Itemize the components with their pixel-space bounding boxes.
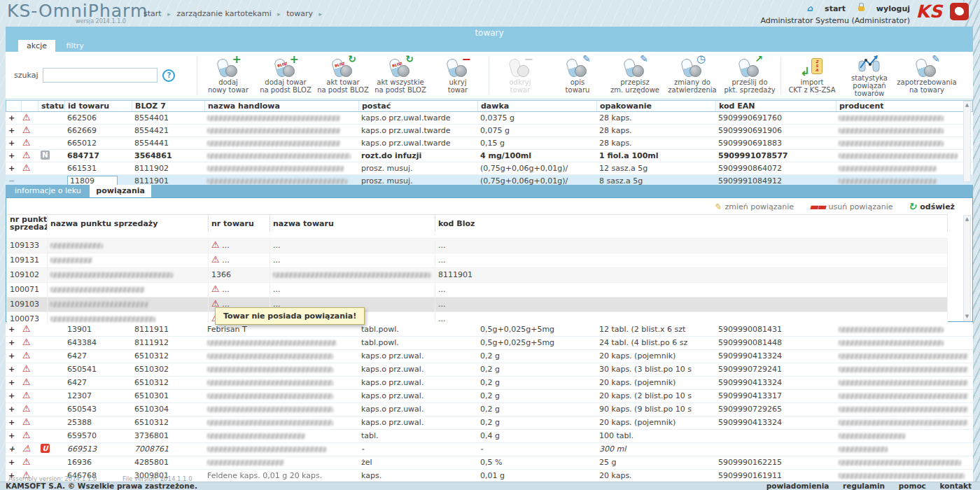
row-expander[interactable]: + bbox=[6, 337, 21, 349]
col-kod-ean[interactable]: kod EAN bbox=[716, 101, 836, 111]
redacted-text bbox=[50, 287, 145, 293]
footer-link-regulamin[interactable]: regulamin bbox=[843, 482, 885, 490]
toolbar-button-dodaj-towar-na-podst-bloz[interactable]: BLOZ+dodaj towarna podst BLOZ bbox=[257, 57, 314, 94]
footer-link-powiadomienia[interactable]: powiadomienia bbox=[766, 482, 830, 490]
tab-filtry[interactable]: filtry bbox=[57, 40, 92, 52]
warning-cell: ⚠ bbox=[21, 403, 38, 416]
row-expander[interactable]: + bbox=[6, 443, 21, 456]
row-expander[interactable]: + bbox=[6, 456, 21, 469]
row-expander[interactable]: + bbox=[6, 363, 21, 376]
toolbar-button-opis-towaru[interactable]: ✎opistowaru bbox=[549, 57, 606, 94]
col-nr-towaru[interactable]: nr towaru bbox=[209, 215, 270, 232]
row-expander[interactable]: + bbox=[6, 125, 21, 136]
toolbar-button-przepisz-zm-urzędowe[interactable]: ✎przepiszzm. urzędowe bbox=[606, 57, 664, 94]
table-row[interactable]: +⚠6625068554401kaps.o prz.uwal.twarde0,0… bbox=[6, 112, 973, 125]
opakowanie-cell: 100 tabl. bbox=[596, 430, 715, 442]
links-table-row[interactable]: 109103⚠ ......... bbox=[7, 298, 948, 312]
footer-link-kontakt[interactable]: kontakt bbox=[940, 482, 972, 490]
tab-akcje[interactable]: akcje bbox=[18, 40, 55, 52]
breadcrumb-kartoteki[interactable]: zarządzanie kartotekami bbox=[176, 9, 272, 18]
scroll-up-icon[interactable]: ▲ bbox=[964, 216, 970, 223]
col-id-towaru[interactable]: id towaru bbox=[65, 101, 132, 111]
start-link[interactable]: ⌂start bbox=[807, 4, 846, 13]
table-row[interactable]: +⚠6615318111902prosz. musuj.(0,75g+0,06g… bbox=[6, 162, 973, 175]
table-row[interactable]: +⚠6505416510302kaps.o prz.uwal.0,2 g30 k… bbox=[6, 363, 973, 377]
scroll-down-icon[interactable]: ▼ bbox=[964, 313, 970, 320]
tab-informacje-o-leku[interactable]: informacje o leku bbox=[8, 185, 88, 197]
row-expander[interactable]: + bbox=[6, 323, 21, 336]
links-table-row[interactable]: 100071⚠ ......... bbox=[7, 283, 948, 298]
row-expander[interactable]: + bbox=[6, 137, 21, 149]
tab-powiazania[interactable]: powiązania bbox=[90, 185, 151, 197]
links-table-row[interactable]: 109131⚠ ......... bbox=[7, 253, 948, 268]
toolbar-button-akt-wszystkie-na-podst-bloz[interactable]: BLOZ↻akt wszystkiena podst BLOZ bbox=[372, 57, 429, 94]
col-dawka[interactable]: dawka bbox=[478, 101, 597, 111]
toolbar-button-statystyka-powiązań-towarów[interactable]: statystykapowiązań towarów bbox=[841, 53, 898, 97]
col-producent[interactable]: producent bbox=[836, 101, 972, 111]
toolbar-button-label: opistowaru bbox=[566, 78, 590, 94]
row-expander[interactable]: + bbox=[6, 403, 21, 416]
col-kod-bloz[interactable]: kod Bloz bbox=[435, 215, 948, 232]
table-row[interactable]: +⚠6595703736801tabl.0,4 g100 tabl. bbox=[6, 430, 973, 443]
table-row[interactable]: +⚠253886510312kaps.o prz.uwal.0,2 g20 ka… bbox=[6, 416, 973, 430]
links-table-row[interactable]: 995424⚠ ......... bbox=[7, 232, 948, 239]
row-expander[interactable]: + bbox=[6, 390, 21, 402]
col-postac[interactable]: postać bbox=[359, 101, 478, 111]
links-table-row[interactable]: 109133⚠ ......... bbox=[7, 239, 948, 253]
row-expander[interactable]: + bbox=[6, 377, 21, 389]
opakowanie-cell: 12 sasz.a 5g bbox=[596, 162, 715, 174]
row-expander[interactable]: + bbox=[6, 112, 21, 124]
footer-link-pomoc[interactable]: pomoc bbox=[899, 482, 926, 490]
links-table-row[interactable]: 10910213668111901 bbox=[7, 268, 948, 283]
col-nr-punktu[interactable]: nr punktu sprzedaży bbox=[7, 215, 48, 232]
col-nazwa-handlowa[interactable]: nazwa handlowa bbox=[205, 101, 359, 111]
table-row[interactable]: +⚠6626698554421kaps.o prz.uwal.twarde0,0… bbox=[6, 125, 973, 137]
col-status[interactable]: status bbox=[38, 101, 65, 111]
col-nazwa-towaru[interactable]: nazwa towaru bbox=[270, 215, 435, 232]
col-bloz7[interactable]: BLOZ 7 bbox=[132, 101, 205, 111]
table-row[interactable]: +⚠6433848111912tabl.powl.0,5g+0,025g+5mg… bbox=[6, 337, 973, 350]
remove-link-button[interactable]: ▬▬usuń powiązanie bbox=[809, 201, 892, 212]
col-opakowanie[interactable]: opakowanie bbox=[597, 101, 716, 111]
warning-icon: ⚠ bbox=[22, 456, 31, 467]
dawka-cell: 0,0375 g bbox=[477, 112, 596, 124]
toolbar-button-prześlij-do-pkt-sprzedaży[interactable]: ↗prześlij dopkt. sprzedaży bbox=[721, 57, 778, 94]
table-row[interactable]: +⚠U6695137008761--300 ml bbox=[6, 443, 973, 456]
table-row[interactable]: +⚠139018111911Febrisan Ttabl.powl.0,5g+0… bbox=[6, 323, 973, 337]
main-scrollbar[interactable]: ▲ bbox=[963, 101, 971, 182]
col-nazwa-punktu[interactable]: nazwa punktu sprzedaży bbox=[48, 215, 209, 232]
status-cell bbox=[38, 337, 64, 349]
table-row[interactable]: +⚠169364285801żel0,5 %25 g5909990162215 bbox=[6, 456, 973, 470]
row-expander[interactable]: + bbox=[6, 416, 21, 429]
row-expander[interactable]: + bbox=[6, 350, 21, 363]
refresh-button[interactable]: ↻odśwież bbox=[908, 201, 955, 212]
producent-cell bbox=[836, 430, 973, 442]
table-row[interactable]: +⚠64276510312kaps.o prz.uwal.0,2 g20 kap… bbox=[6, 377, 973, 390]
redacted-text bbox=[207, 447, 326, 452]
logout-link[interactable]: wyloguj bbox=[858, 4, 910, 13]
row-expander[interactable]: + bbox=[6, 150, 21, 162]
links-scrollbar[interactable]: ▲▼ bbox=[963, 215, 971, 321]
help-icon[interactable]: ? bbox=[162, 69, 175, 82]
table-row[interactable]: +⚠6650128554441kaps.o prz.uwal.twarde0,1… bbox=[6, 137, 973, 150]
scroll-up-icon[interactable]: ▲ bbox=[964, 102, 970, 108]
row-expander[interactable]: + bbox=[6, 162, 21, 174]
search-input[interactable] bbox=[43, 68, 158, 83]
table-row[interactable]: +⚠64276510312kaps.o prz.uwal.0,2 g20 kap… bbox=[6, 350, 973, 363]
toolbar-button-akt-towar-na-podst-bloz[interactable]: BLOZ↻akt towarna podst BLOZ bbox=[314, 57, 372, 94]
table-row[interactable]: +⚠6505436510304kaps.o prz.uwal.0,2 g90 k… bbox=[6, 403, 973, 416]
breadcrumb-towary[interactable]: towary bbox=[286, 9, 313, 18]
table-row[interactable]: +⚠N6847173564861rozt.do infuzji4 mg/100m… bbox=[6, 150, 973, 162]
toolbar-button-zmiany-do-zatwierdzenia[interactable]: ◷zmiany dozatwierdzenia bbox=[664, 57, 721, 94]
toolbar-button-dodaj-nowy-towar[interactable]: +dodajnowy towar bbox=[200, 57, 257, 94]
toolbar-button-ukryj-towar[interactable]: −ukryjtowar bbox=[429, 57, 486, 94]
breadcrumb-start[interactable]: start bbox=[144, 9, 162, 18]
table-row[interactable]: +⚠123076510301kaps.o prz.uwal.0,2 g20 ka… bbox=[6, 390, 973, 403]
row-expander[interactable]: + bbox=[6, 430, 21, 442]
tooltip: Towar nie posiada powiązania! bbox=[215, 307, 365, 325]
producent-cell bbox=[836, 112, 973, 124]
toolbar-button-zapotrzebowania-na-towary[interactable]: ✎zapotrzebowaniana towary bbox=[898, 57, 955, 94]
warning-icon: ⚠ bbox=[22, 416, 31, 427]
toolbar-button-import-ckt-z-ks-zsa[interactable]: ZSA↲importCKT z KS-ZSA bbox=[783, 57, 841, 94]
change-link-button[interactable]: ✎zmień powiązanie bbox=[714, 202, 794, 212]
